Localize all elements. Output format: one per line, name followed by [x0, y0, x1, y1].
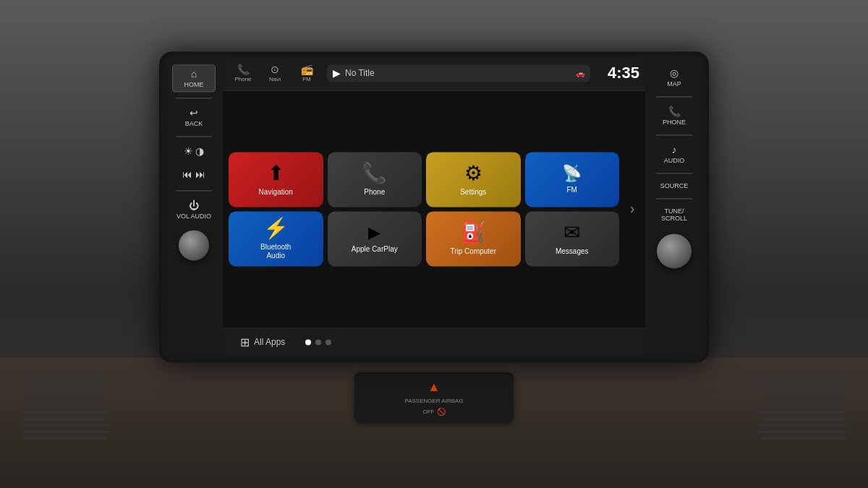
fm-icon: 📡: [562, 166, 582, 181]
top-bar: 📞 Phone ⊙ Navi 📻 FM ▶ No Title 🚗: [223, 57, 645, 90]
bottom-bar: ⊞ All Apps: [223, 328, 645, 356]
source-button[interactable]: SOURCE: [652, 179, 696, 192]
trip-icon: ⛽: [461, 223, 486, 243]
audio-button[interactable]: ♪ AUDIO: [652, 141, 696, 167]
car-status-icon: 🚗: [576, 69, 584, 77]
fm-label: FM: [567, 186, 577, 194]
bluetooth-icon: ⚡: [263, 218, 289, 239]
app-grid: ⬆ Navigation 📞 Phone ⚙ Settings 📡: [229, 152, 619, 266]
carplay-label: Apple CarPlay: [352, 245, 398, 254]
tile-trip-computer[interactable]: ⛽ Trip Computer: [426, 211, 521, 266]
home-button[interactable]: ⌂ HOME: [172, 64, 216, 92]
carplay-icon: ▶: [368, 225, 380, 241]
screen-bezel: ⌂ HOME ↩ BACK ☀ ◑ ⏮ ⏭ ⏻ VOL: [159, 51, 709, 362]
grid-next-chevron[interactable]: ›: [625, 200, 639, 217]
tune-scroll-button[interactable]: TUNE/ SCROLL: [652, 205, 696, 225]
airbag-off-icon: 🚫: [437, 408, 446, 416]
dot-3: [326, 339, 331, 345]
divider: [656, 134, 692, 135]
back-button[interactable]: ↩ BACK: [172, 104, 216, 130]
bottom-vent-area: ▲ PASSENGER AIRBAG OFF 🚫: [0, 358, 868, 488]
tile-bluetooth-audio[interactable]: ⚡ BluetoothAudio: [229, 211, 323, 266]
hazard-icon: ▲: [427, 380, 441, 395]
vol-button[interactable]: ⏻ VOL AUDIO: [172, 197, 216, 223]
navigation-icon: ⬆: [268, 163, 284, 184]
tab-phone[interactable]: 📞 Phone: [229, 61, 258, 85]
dot-1: [305, 339, 311, 345]
apps-grid-icon: ⊞: [240, 335, 250, 349]
tile-phone[interactable]: 📞 Phone: [328, 152, 422, 207]
airbag-status: OFF: [423, 408, 435, 415]
tile-apple-carplay[interactable]: ▶ Apple CarPlay: [328, 211, 422, 266]
tab-navi[interactable]: ⊙ Navi: [260, 61, 289, 85]
tile-settings[interactable]: ⚙ Settings: [426, 152, 521, 207]
tile-messages[interactable]: ✉ Messages: [525, 211, 620, 266]
divider: [656, 96, 692, 97]
phone-label: Phone: [364, 188, 385, 197]
brightness-button[interactable]: ☀ ◑: [172, 142, 216, 161]
messages-icon: ✉: [563, 223, 580, 243]
screen-wrapper: ⌂ HOME ↩ BACK ☀ ◑ ⏮ ⏭ ⏻ VOL: [159, 51, 709, 362]
now-playing-bar: ▶ No Title 🚗: [327, 64, 590, 82]
left-vent: [22, 372, 109, 474]
right-vent: [760, 372, 846, 474]
skip-button[interactable]: ⏮ ⏭: [172, 166, 216, 184]
trip-label: Trip Computer: [450, 247, 496, 256]
phone-hw-button[interactable]: 📞 PHONE: [652, 103, 696, 129]
dot-2: [315, 339, 321, 345]
track-title: No Title: [345, 68, 571, 78]
messages-label: Messages: [556, 247, 589, 256]
divider: [176, 190, 212, 191]
bluetooth-label: BluetoothAudio: [260, 243, 291, 260]
dashboard: ▲ PASSENGER AIRBAG OFF 🚫 ⌂ HOME: [0, 0, 868, 488]
center-console: ▲ PASSENGER AIRBAG OFF 🚫: [354, 372, 514, 423]
navigation-label: Navigation: [259, 188, 293, 197]
page-indicator: [305, 339, 331, 345]
tab-fm[interactable]: 📻 FM: [292, 61, 321, 85]
airbag-label: PASSENGER AIRBAG: [404, 398, 463, 405]
speaker-grille-left: [123, 201, 145, 288]
all-apps-label: All Apps: [254, 337, 285, 347]
left-button-panel: ⌂ HOME ↩ BACK ☀ ◑ ⏮ ⏭ ⏻ VOL: [165, 57, 223, 356]
clock-display: 4:35: [596, 64, 639, 82]
all-apps-button[interactable]: ⊞ All Apps: [234, 333, 291, 352]
vol-knob[interactable]: [179, 230, 209, 260]
settings-label: Settings: [460, 188, 486, 197]
map-button[interactable]: ◎ MAP: [652, 64, 696, 90]
tune-knob[interactable]: [657, 234, 692, 268]
divider: [176, 136, 212, 137]
play-button[interactable]: ▶: [333, 67, 341, 79]
divider: [656, 173, 692, 174]
content-area: ⬆ Navigation 📞 Phone ⚙ Settings 📡: [223, 90, 645, 328]
right-button-panel: ◎ MAP 📞 PHONE ♪ AUDIO SOURCE: [645, 57, 703, 356]
divider: [656, 198, 692, 199]
tile-fm[interactable]: 📡 FM: [525, 152, 620, 207]
settings-icon: ⚙: [464, 163, 482, 184]
main-screen: 📞 Phone ⊙ Navi 📻 FM ▶ No Title 🚗: [223, 57, 645, 356]
tile-navigation[interactable]: ⬆ Navigation: [229, 152, 323, 207]
divider: [176, 98, 212, 98]
phone-icon: 📞: [362, 163, 387, 184]
